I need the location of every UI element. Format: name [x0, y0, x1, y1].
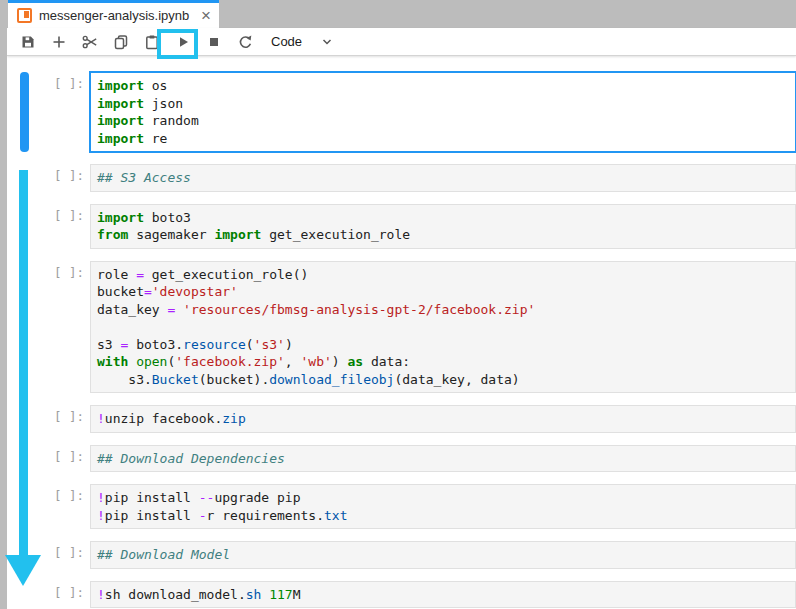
- plus-icon: [50, 33, 68, 51]
- cell-editor[interactable]: ## Download Dependencies: [90, 445, 796, 473]
- code-line: !pip install --upgrade pip: [97, 489, 789, 507]
- copy-button[interactable]: [106, 28, 136, 55]
- restart-icon: [236, 33, 254, 51]
- code-line: !unzip facebook.zip: [97, 410, 789, 428]
- cell-editor[interactable]: !pip install --upgrade pip!pip install -…: [90, 484, 796, 529]
- code-line: role = get_execution_role(): [97, 266, 789, 284]
- notebook-toolbar: Code: [7, 28, 796, 56]
- cell-editor[interactable]: role = get_execution_role()bucket='devop…: [90, 261, 796, 394]
- code-line: [97, 318, 789, 336]
- notebook-cell: [ ]:import boto3from sagemaker import ge…: [7, 204, 796, 249]
- code-line: ## S3 Access: [97, 169, 789, 187]
- stop-button[interactable]: [199, 28, 229, 55]
- active-cell-indicator-bar: [20, 72, 29, 152]
- code-line: import random: [97, 112, 789, 130]
- code-line: !pip install -r requirements.txt: [97, 507, 789, 525]
- window-left-edge: [0, 0, 7, 609]
- notebook-cell: [ ]:## S3 Access: [7, 164, 796, 192]
- notebook-cell: [ ]:!pip install --upgrade pip!pip insta…: [7, 484, 796, 529]
- notebook-cell: [ ]:!sh download_model.sh 117M: [7, 581, 796, 609]
- tab-title: messenger-analysis.ipynb: [39, 8, 189, 23]
- tab-bar: messenger-analysis.ipynb ×: [0, 0, 796, 28]
- save-icon: [19, 33, 37, 51]
- cell-type-dropdown[interactable]: Code: [271, 34, 333, 49]
- code-line: bucket='devopstar': [97, 283, 789, 301]
- notebook-panel: [ ]:import osimport jsonimport randomimp…: [7, 57, 796, 609]
- cell-editor-active[interactable]: import osimport jsonimport randomimport …: [90, 72, 796, 152]
- cell-editor[interactable]: ## S3 Access: [90, 164, 796, 192]
- stop-icon: [205, 33, 223, 51]
- cell-editor[interactable]: !sh download_model.sh 117M: [90, 581, 796, 609]
- run-button-highlight-annotation: [157, 29, 198, 59]
- scroll-down-arrow-shaft: [19, 170, 28, 556]
- cell-editor[interactable]: !unzip facebook.zip: [90, 405, 796, 433]
- notebook-cell: [ ]:## Download Model: [7, 541, 796, 569]
- notebook-cell: [ ]:role = get_execution_role()bucket='d…: [7, 261, 796, 394]
- cell-editor[interactable]: ## Download Model: [90, 541, 796, 569]
- code-line: from sagemaker import get_execution_role: [97, 226, 789, 244]
- code-line: !sh download_model.sh 117M: [97, 586, 789, 604]
- code-line: import json: [97, 95, 789, 113]
- close-icon[interactable]: ×: [201, 7, 211, 24]
- code-line: data_key = 'resources/fbmsg-analysis-gpt…: [97, 301, 789, 319]
- code-line: s3.Bucket(bucket).download_fileobj(data_…: [97, 371, 789, 389]
- cell-list: [ ]:import osimport jsonimport randomimp…: [7, 72, 796, 608]
- scissors-icon: [81, 33, 99, 51]
- code-line: with open('facebook.zip', 'wb') as data:: [97, 353, 789, 371]
- notebook-cell: [ ]:import osimport jsonimport randomimp…: [7, 72, 796, 152]
- code-line: import os: [97, 77, 789, 95]
- restart-kernel-button[interactable]: [230, 28, 260, 55]
- copy-icon: [112, 33, 130, 51]
- cell-editor[interactable]: import boto3from sagemaker import get_ex…: [90, 204, 796, 249]
- code-line: import re: [97, 130, 789, 148]
- cell-type-value: Code: [271, 34, 302, 49]
- code-line: ## Download Model: [97, 546, 789, 564]
- notebook-file-icon: [17, 8, 32, 23]
- save-button[interactable]: [13, 28, 43, 55]
- notebook-cell: [ ]:## Download Dependencies: [7, 445, 796, 473]
- tab-messenger-analysis[interactable]: messenger-analysis.ipynb ×: [8, 0, 219, 28]
- code-line: import boto3: [97, 209, 789, 227]
- code-line: ## Download Dependencies: [97, 450, 789, 468]
- code-line: s3 = boto3.resource('s3'): [97, 336, 789, 354]
- chevron-down-icon: [321, 37, 333, 47]
- scroll-down-arrow-head: [5, 555, 41, 586]
- notebook-cell: [ ]:!unzip facebook.zip: [7, 405, 796, 433]
- cut-button[interactable]: [75, 28, 105, 55]
- add-cell-button[interactable]: [44, 28, 74, 55]
